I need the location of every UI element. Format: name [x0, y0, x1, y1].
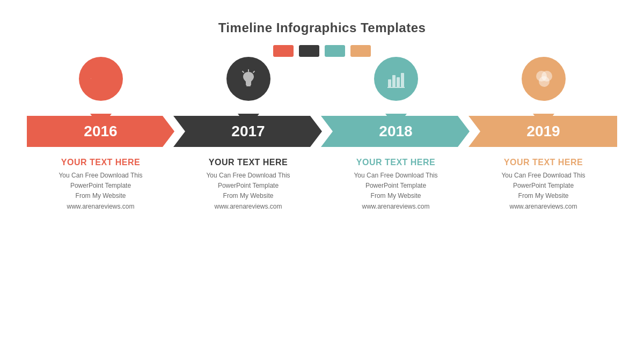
main-layout: 2016201720182019 YOUR TEXT HEREYou Can F… [27, 57, 617, 212]
map-pin-2 [374, 57, 418, 116]
item-heading-1: YOUR TEXT HERE [209, 158, 288, 167]
svg-rect-13 [401, 73, 404, 87]
legend-dot [273, 45, 294, 57]
label-item-2: YOUR TEXT HEREYou Can Free Download This… [322, 152, 470, 212]
year-label-1: 2017 [174, 116, 322, 147]
pins-row [27, 57, 617, 116]
year-labels: 2016201720182019 [27, 116, 617, 147]
item-desc-3: You Can Free Download ThisPowerPoint Tem… [501, 171, 585, 212]
svg-line-8 [243, 71, 244, 72]
map-pin-1 [226, 57, 270, 116]
pin-circle-3 [522, 57, 566, 101]
map-pin-0 [79, 57, 123, 116]
svg-rect-11 [392, 75, 396, 87]
svg-rect-6 [246, 85, 251, 86]
item-desc-1: You Can Free Download ThisPowerPoint Tem… [206, 171, 290, 212]
label-item-0: YOUR TEXT HEREYou Can Free Download This… [27, 152, 174, 212]
pin-container-2 [322, 57, 470, 116]
legend-dot [325, 45, 345, 57]
item-heading-2: YOUR TEXT HERE [356, 158, 435, 167]
pin-circle-0 [79, 57, 123, 101]
svg-rect-10 [388, 79, 391, 87]
year-label-2: 2018 [322, 116, 470, 147]
pin-container-0 [27, 57, 174, 116]
labels-row: YOUR TEXT HEREYou Can Free Download This… [27, 152, 617, 212]
label-item-1: YOUR TEXT HEREYou Can Free Download This… [174, 152, 322, 212]
year-label-3: 2019 [470, 116, 617, 147]
legend-dot [350, 45, 371, 57]
item-heading-3: YOUR TEXT HERE [504, 158, 583, 167]
map-pin-3 [522, 57, 566, 116]
svg-line-9 [253, 71, 254, 72]
legend-dot [299, 45, 319, 57]
pin-container-3 [470, 57, 617, 116]
pin-circle-1 [226, 57, 270, 101]
pin-container-1 [174, 57, 322, 116]
item-heading-0: YOUR TEXT HERE [61, 158, 140, 167]
item-desc-0: You Can Free Download ThisPowerPoint Tem… [58, 171, 142, 212]
legend [273, 45, 371, 57]
pin-circle-2 [374, 57, 418, 101]
year-label-0: 2016 [27, 116, 174, 147]
arrows-row: 2016201720182019 [27, 116, 617, 147]
svg-rect-5 [246, 84, 251, 85]
svg-point-17 [539, 76, 550, 87]
item-desc-2: You Can Free Download ThisPowerPoint Tem… [354, 171, 437, 212]
page-title: Timeline Infographics Templates [218, 20, 426, 35]
svg-rect-12 [397, 77, 400, 87]
label-item-3: YOUR TEXT HEREYou Can Free Download This… [470, 152, 617, 212]
